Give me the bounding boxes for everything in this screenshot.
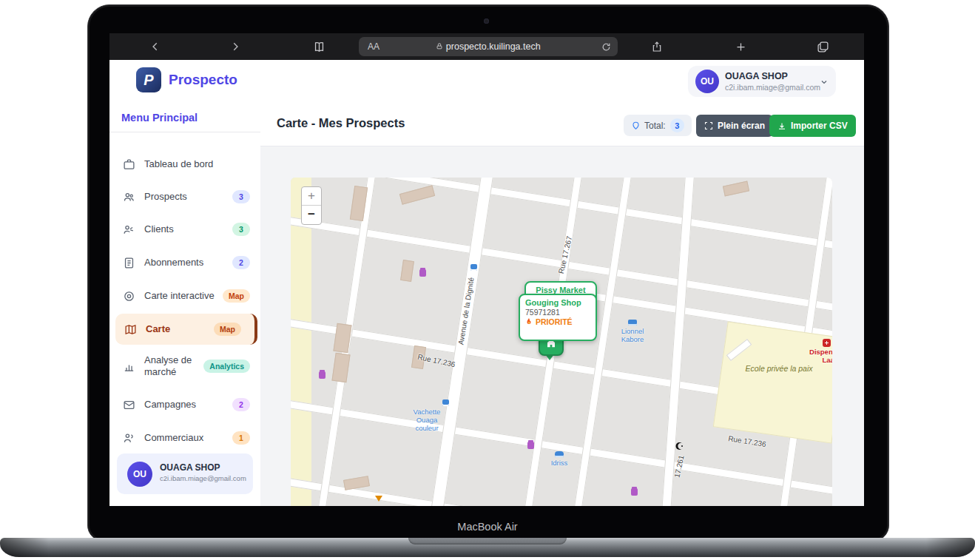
user-check-icon — [123, 223, 135, 236]
import-csv-button[interactable]: Importer CSV — [769, 115, 856, 137]
sidebar-user-card[interactable]: OU OUAGA SHOP c2i.ibam.miage@gmail.com — [117, 453, 253, 494]
chevron-down-icon — [820, 76, 829, 90]
map-badge: Map — [223, 289, 250, 303]
sidebar-item-carte-interactive[interactable]: Carte interactive Map — [109, 281, 260, 311]
page: MacBook Air AA prospecto.kuilinga.tech — [0, 0, 975, 560]
bus-stop-icon — [442, 399, 449, 406]
expand-icon — [704, 121, 713, 130]
sidebar-item-clients[interactable]: Clients 3 — [109, 215, 260, 244]
map-building — [399, 185, 435, 204]
sidebar-item-carte[interactable]: Carte Map — [115, 314, 257, 345]
account-email: c2i.ibam.miage@gmail.com — [725, 83, 820, 92]
map-building — [400, 260, 414, 282]
sidebar-item-label: Analyse de marché — [144, 354, 196, 379]
map-building — [723, 181, 749, 197]
map-badge: Map — [214, 323, 241, 336]
shop-icon — [319, 371, 325, 379]
map-icon — [124, 323, 137, 336]
chart-icon — [123, 360, 135, 373]
count-badge: 2 — [232, 256, 250, 269]
total-label: Total: — [644, 121, 666, 131]
shop-icon — [527, 442, 534, 449]
shop-icon — [631, 488, 638, 496]
poi-label-vachette: Vachette Ouaga couleur — [406, 408, 448, 433]
user-email: c2i.ibam.miage@gmail.com — [160, 474, 246, 482]
browser-sidebar-book-icon[interactable] — [311, 38, 327, 55]
sidebar-item-abonnements[interactable]: Abonnements 2 — [109, 248, 260, 277]
sidebar-item-label: Clients — [144, 223, 215, 235]
count-badge: 1 — [232, 431, 250, 445]
sidebar-item-prospects[interactable]: Prospects 3 — [109, 182, 260, 212]
brand-name: Prospecto — [169, 72, 237, 88]
new-tab-plus-icon[interactable] — [732, 38, 749, 55]
target-icon — [123, 290, 135, 303]
fullscreen-label: Plein écran — [718, 121, 765, 131]
zoom-out-button[interactable]: − — [302, 206, 321, 223]
tab-overview-icon[interactable] — [814, 38, 831, 55]
prospecto-logo-icon[interactable]: P — [136, 67, 161, 92]
hotel-bed-icon — [628, 320, 637, 325]
zoom-in-button[interactable]: + — [302, 187, 321, 206]
sidebar-item-label: Abonnements — [144, 257, 215, 269]
map-pin-icon — [631, 120, 641, 131]
count-badge: 3 — [232, 190, 250, 203]
sidebar-title: Menu Principal — [121, 112, 198, 124]
shop-icon — [419, 269, 426, 277]
browser-forward-icon[interactable] — [228, 39, 243, 54]
mosque-crescent-icon — [675, 440, 684, 449]
fullscreen-button[interactable]: Plein écran — [696, 115, 773, 137]
browser-back-icon[interactable] — [148, 39, 163, 54]
laptop-base-notch — [408, 538, 567, 544]
sidebar-item-analyse-de-marche[interactable]: Analyse de marché Analytics — [109, 348, 260, 384]
document-icon — [123, 257, 135, 269]
device-label: MacBook Air — [87, 521, 888, 533]
url-text: prospecto.kuilinga.tech — [359, 41, 618, 52]
hotel-bed-icon — [555, 451, 564, 457]
import-icon — [777, 121, 786, 131]
import-label: Importer CSV — [791, 121, 848, 131]
school-label: Ecole privée la paix — [742, 364, 816, 373]
count-badge: 3 — [232, 223, 250, 236]
map-building — [331, 353, 350, 382]
marker-tail — [545, 354, 554, 365]
map-building — [343, 476, 370, 490]
bus-stop-icon — [470, 264, 477, 271]
sidebar-item-label: Carte interactive — [144, 290, 215, 302]
poi-label-lionnel: Lionnel Kabore — [613, 328, 652, 344]
sidebar-item-label: Campagnes — [144, 399, 215, 411]
sidebar-item-label: Carte — [146, 323, 217, 335]
flame-icon — [525, 317, 533, 326]
address-bar[interactable]: AA prospecto.kuilinga.tech — [359, 37, 618, 56]
share-icon[interactable] — [649, 38, 665, 55]
user-avatar: OU — [127, 462, 152, 487]
sidebar-item-tableau-de-bord[interactable]: Tableau de bord — [109, 149, 260, 179]
first-aid-icon — [823, 339, 831, 347]
page-title: Carte - Mes Prospects — [277, 116, 405, 130]
user-name: OUAGA SHOP — [160, 462, 220, 473]
popup-gouging-shop[interactable]: Gouging Shop 75971281 PRIORITÉ — [519, 294, 597, 341]
priority-label: PRIORITÉ — [536, 317, 573, 326]
screen: AA prospecto.kuilinga.tech P Prospecto O… — [109, 33, 864, 506]
sidebar-item-commerciaux[interactable]: Commerciaux 1 — [109, 423, 260, 453]
map-zoom-control: + − — [301, 186, 322, 225]
logo-glyph: P — [144, 72, 153, 89]
account-menu[interactable]: OU OUAGA SHOP c2i.ibam.miage@gmail.com — [688, 66, 836, 97]
poi-label-idriss: Idriss — [542, 459, 576, 468]
poi-label-dispensaire: Dispens Laaf — [804, 348, 832, 365]
briefcase-icon — [123, 158, 135, 171]
triangle-poi-icon — [375, 496, 382, 505]
webcam-dot — [484, 18, 489, 24]
account-name: OUAGA SHOP — [725, 71, 788, 81]
sidebar-divider — [109, 132, 260, 132]
people-icon — [123, 432, 135, 445]
users-icon — [123, 191, 135, 203]
popup-phone: 75971281 — [525, 308, 590, 317]
popup-title: Gouging Shop — [525, 298, 590, 307]
map-canvas[interactable]: Ecole privée la paix Avenue de la Dignit… — [291, 178, 832, 506]
total-count-badge: 3 — [670, 118, 684, 132]
sidebar-item-label: Tableau de bord — [144, 158, 215, 170]
reload-icon[interactable] — [600, 41, 612, 53]
total-counter[interactable]: Total: 3 — [624, 115, 692, 136]
sidebar-item-campagnes[interactable]: Campagnes 2 — [109, 390, 260, 419]
count-badge: 2 — [232, 398, 250, 411]
